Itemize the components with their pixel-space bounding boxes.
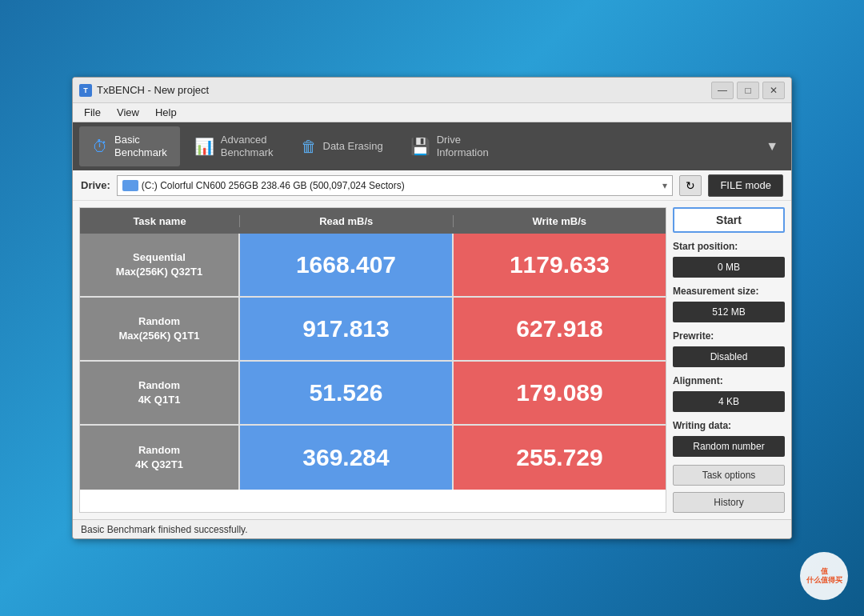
col-header-task: Task name xyxy=(80,215,240,227)
menu-file[interactable]: File xyxy=(79,105,106,120)
maximize-button[interactable]: □ xyxy=(737,82,759,99)
chart-icon: 📊 xyxy=(194,137,214,156)
start-button[interactable]: Start xyxy=(673,207,785,233)
col-header-read: Read mB/s xyxy=(240,215,454,227)
read-cell-1: 917.813 xyxy=(240,298,454,360)
status-text: Basic Benchmark finished successfully. xyxy=(81,524,248,535)
tab-advanced-benchmark[interactable]: 📊 AdvancedBenchmark xyxy=(182,126,286,166)
drive-icon xyxy=(122,180,138,191)
benchmark-table: Task name Read mB/s Write mB/s Sequentia… xyxy=(79,207,666,513)
read-cell-3: 369.284 xyxy=(240,426,454,490)
write-cell-0: 1179.633 xyxy=(454,234,666,296)
task-cell-2: Random4K Q1T1 xyxy=(80,362,240,424)
task-cell-0: SequentialMax(256K) Q32T1 xyxy=(80,234,240,296)
read-cell-0: 1668.407 xyxy=(240,234,454,296)
col-header-write: Write mB/s xyxy=(454,215,666,227)
drive-selector[interactable]: (C:) Colorful CN600 256GB 238.46 GB (500… xyxy=(117,175,674,196)
title-bar: T TxBENCH - New project — □ ✕ xyxy=(73,78,791,103)
drive-bar: Drive: (C:) Colorful CN600 256GB 238.46 … xyxy=(73,170,791,201)
toolbar: ⏱ BasicBenchmark 📊 AdvancedBenchmark 🗑 D… xyxy=(73,122,791,170)
measurement-size-label: Measurement size: xyxy=(673,286,785,297)
drive-info-icon: 💾 xyxy=(410,137,430,156)
erase-icon: 🗑 xyxy=(301,138,317,156)
main-content: Task name Read mB/s Write mB/s Sequentia… xyxy=(73,201,791,519)
alignment-value[interactable]: 4 KB xyxy=(673,391,785,412)
menu-help[interactable]: Help xyxy=(150,105,182,120)
task-options-button[interactable]: Task options xyxy=(673,465,785,486)
drive-select-text: (C:) Colorful CN600 256GB 238.46 GB (500… xyxy=(142,180,663,191)
prewrite-label: Prewrite: xyxy=(673,330,785,342)
title-bar-left: T TxBENCH - New project xyxy=(79,84,209,97)
task-cell-1: RandomMax(256K) Q1T1 xyxy=(80,298,240,360)
read-cell-2: 51.526 xyxy=(240,362,454,424)
status-bar: Basic Benchmark finished successfully. xyxy=(73,519,791,538)
history-button[interactable]: History xyxy=(673,492,785,513)
minimize-button[interactable]: — xyxy=(711,82,734,99)
write-cell-2: 179.089 xyxy=(454,362,666,424)
close-button[interactable]: ✕ xyxy=(762,82,785,99)
table-row: Random4K Q1T1 51.526 179.089 xyxy=(80,362,666,426)
table-row: SequentialMax(256K) Q32T1 1668.407 1179.… xyxy=(80,234,666,298)
measurement-size-value[interactable]: 512 MB xyxy=(673,302,785,322)
task-cell-3: Random4K Q32T1 xyxy=(80,426,240,490)
write-cell-3: 255.729 xyxy=(454,426,666,490)
table-header: Task name Read mB/s Write mB/s xyxy=(80,208,666,234)
tab-advanced-label: AdvancedBenchmark xyxy=(221,134,274,158)
prewrite-value[interactable]: Disabled xyxy=(673,346,785,367)
app-window: T TxBENCH - New project — □ ✕ File View … xyxy=(72,77,792,539)
menu-bar: File View Help xyxy=(73,103,791,122)
table-row: Random4K Q32T1 369.284 255.729 xyxy=(80,426,666,490)
sidebar: Start Start position: 0 MB Measurement s… xyxy=(673,207,785,513)
watermark-text: 值什么值得买 xyxy=(806,567,842,585)
start-position-value[interactable]: 0 MB xyxy=(673,257,785,278)
tab-drive-label: DriveInformation xyxy=(437,134,489,158)
tab-basic-label: BasicBenchmark xyxy=(114,134,167,158)
write-cell-1: 627.918 xyxy=(454,298,666,360)
tab-basic-benchmark[interactable]: ⏱ BasicBenchmark xyxy=(79,126,180,166)
alignment-label: Alignment: xyxy=(673,375,785,386)
app-icon: T xyxy=(79,84,92,97)
watermark: 值什么值得买 xyxy=(800,552,848,600)
drive-label: Drive: xyxy=(81,179,110,191)
start-position-label: Start position: xyxy=(673,241,785,252)
writing-data-label: Writing data: xyxy=(673,420,785,431)
menu-view[interactable]: View xyxy=(112,105,144,120)
refresh-button[interactable]: ↻ xyxy=(679,175,702,196)
window-title: TxBENCH - New project xyxy=(97,84,209,96)
tab-data-erasing[interactable]: 🗑 Data Erasing xyxy=(288,126,396,166)
clock-icon: ⏱ xyxy=(92,138,108,156)
file-mode-button[interactable]: FILE mode xyxy=(708,174,783,197)
table-row: RandomMax(256K) Q1T1 917.813 627.918 xyxy=(80,298,666,362)
title-controls: — □ ✕ xyxy=(711,82,785,99)
chevron-down-icon: ▾ xyxy=(662,180,667,191)
tab-erasing-label: Data Erasing xyxy=(323,140,383,153)
toolbar-dropdown[interactable]: ▼ xyxy=(759,139,785,154)
tab-drive-information[interactable]: 💾 DriveInformation xyxy=(398,126,502,166)
writing-data-value[interactable]: Random number xyxy=(673,436,785,457)
